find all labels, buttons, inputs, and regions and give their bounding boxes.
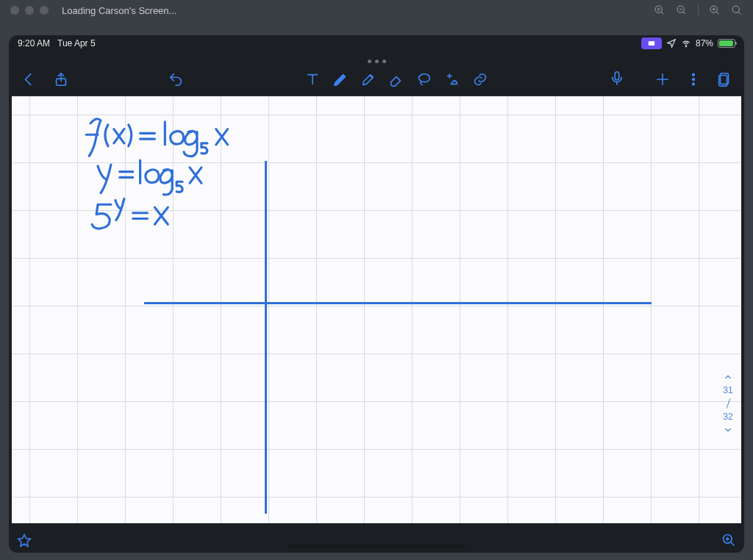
svg-marker-29 [18,535,31,547]
pages-icon[interactable] [716,71,732,87]
status-time: 9:20 AM [18,38,50,49]
page-slash [726,398,730,408]
graph-paper-grid [12,96,741,523]
svg-line-31 [731,542,735,546]
minimize-dot[interactable] [25,6,34,15]
ipad-screen: 9:20 AM Tue Apr 5 87% [9,35,744,553]
shapes-tool-icon[interactable] [444,71,460,87]
svg-point-0 [655,6,662,12]
add-icon[interactable] [654,71,671,87]
separator [698,4,699,15]
more-icon[interactable] [685,71,702,87]
star-icon [17,533,32,548]
zoom-corner[interactable] [713,528,744,553]
page-indicator[interactable]: 31 32 [718,372,738,435]
zoom-fit-icon[interactable] [731,4,743,16]
svg-line-11 [738,12,740,14]
zoom-out-icon[interactable] [676,4,688,16]
svg-point-2 [657,8,660,10]
zoom-in-icon [721,533,736,548]
multitask-dots[interactable] [9,60,744,63]
screenshare-window: Loading Carson's Screen... 9:20 AM Tue A… [0,0,753,560]
svg-rect-20 [615,72,619,80]
screen-record-indicator[interactable] [641,37,662,49]
titlebar: Loading Carson's Screen... [0,0,753,21]
page-current: 31 [723,385,732,395]
app-toolbar [9,65,744,94]
lasso-tool-icon[interactable] [416,71,432,87]
battery-pct: 87% [696,38,713,49]
drawn-x-axis [144,302,652,304]
svg-line-7 [716,12,718,14]
svg-point-24 [693,73,695,76]
note-canvas[interactable]: 31 32 [12,96,741,523]
chevron-up-icon[interactable] [723,372,733,382]
chevron-down-icon[interactable] [723,425,733,435]
svg-point-13 [651,43,652,44]
svg-point-14 [685,46,686,47]
location-icon [666,38,677,49]
fullscreen-dot[interactable] [40,6,49,15]
text-tool-icon[interactable] [304,71,321,87]
bookmark-corner[interactable] [9,528,40,553]
page-total: 32 [723,412,732,422]
pen-tool-icon[interactable] [332,71,349,87]
svg-point-10 [732,6,739,12]
zoom-actual-icon[interactable] [654,4,665,16]
zoom-in-icon[interactable] [709,4,721,16]
drawn-y-axis [265,161,267,514]
share-icon[interactable] [53,71,69,87]
status-date: Tue Apr 5 [57,38,96,49]
wifi-icon [681,38,691,49]
close-dot[interactable] [10,6,19,15]
titlebar-right [654,4,743,16]
undo-icon[interactable] [168,71,184,87]
ios-statusbar: 9:20 AM Tue Apr 5 87% [9,35,744,51]
link-tool-icon[interactable] [472,71,488,87]
back-icon[interactable] [21,71,37,87]
svg-point-25 [693,79,695,81]
window-title: Loading Carson's Screen... [62,5,654,16]
highlighter-tool-icon[interactable] [360,71,376,87]
window-controls[interactable] [10,6,49,15]
battery-icon [718,39,735,48]
microphone-button[interactable] [609,70,625,89]
svg-point-26 [693,83,695,85]
svg-point-19 [419,74,430,82]
eraser-tool-icon[interactable] [388,71,404,87]
svg-line-1 [661,12,663,14]
svg-line-4 [683,12,685,14]
home-indicator[interactable] [288,545,465,548]
